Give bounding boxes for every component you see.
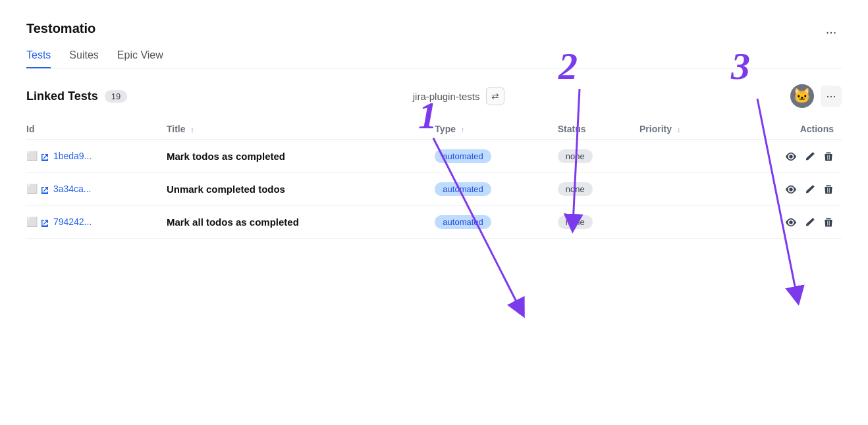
external-link-icon-0[interactable]: ⬜ bbox=[26, 151, 49, 161]
edit-button-1[interactable] bbox=[805, 184, 815, 195]
cell-id-1: ⬜ 3a34ca... bbox=[26, 173, 167, 206]
switch-icon[interactable]: ⇄ bbox=[486, 87, 504, 105]
tab-suites[interactable]: Suites bbox=[69, 49, 98, 68]
delete-button-0[interactable] bbox=[823, 151, 834, 162]
cell-priority-1 bbox=[639, 173, 733, 206]
cell-status-1: none bbox=[558, 173, 639, 206]
cell-status-0: none bbox=[558, 140, 639, 173]
cell-type-1: automated bbox=[435, 173, 557, 206]
external-link-icon-1[interactable]: ⬜ bbox=[26, 184, 49, 194]
table-header-row: Id Title ↕ Type ↑ Status Priority ↕ Acti… bbox=[26, 118, 842, 140]
section-left: Linked Tests 19 bbox=[26, 89, 127, 103]
tab-bar: Tests Suites Epic View bbox=[26, 49, 842, 68]
view-button-2[interactable] bbox=[785, 216, 797, 228]
cell-actions-0 bbox=[733, 140, 842, 173]
cat-avatar-icon: 🐱 bbox=[793, 89, 811, 103]
cell-title-1: Unmark completed todos bbox=[167, 173, 435, 206]
tests-table: Id Title ↕ Type ↑ Status Priority ↕ Acti… bbox=[26, 118, 842, 239]
section-center: jira-plugin-tests ⇄ bbox=[413, 87, 505, 105]
top-more-button[interactable]: ··· bbox=[821, 21, 842, 42]
cell-type-0: automated bbox=[435, 140, 557, 173]
table-row: ⬜ 794242... Mark all todos as completed … bbox=[26, 206, 842, 239]
tab-epic-view[interactable]: Epic View bbox=[117, 49, 163, 68]
title-sort-icon[interactable]: ↕ bbox=[190, 126, 194, 134]
col-title: Title ↕ bbox=[167, 118, 435, 140]
section-right: 🐱 ··· bbox=[790, 84, 842, 108]
section-title: Linked Tests bbox=[26, 89, 98, 103]
delete-button-1[interactable] bbox=[823, 184, 834, 195]
app-title: Testomatio bbox=[26, 21, 842, 36]
cell-actions-2 bbox=[733, 206, 842, 239]
cell-title-0: Mark todos as completed bbox=[167, 140, 435, 173]
col-priority: Priority ↕ bbox=[639, 118, 733, 140]
edit-button-0[interactable] bbox=[805, 151, 815, 162]
linked-tests-count: 19 bbox=[105, 90, 127, 103]
section-header: Linked Tests 19 jira-plugin-tests ⇄ 🐱 ··… bbox=[26, 84, 842, 108]
cell-id-0: ⬜ 1beda9... bbox=[26, 140, 167, 173]
repo-name: jira-plugin-tests bbox=[413, 91, 480, 102]
cell-priority-0 bbox=[639, 140, 733, 173]
cell-title-2: Mark all todos as completed bbox=[167, 206, 435, 239]
view-button-0[interactable] bbox=[785, 151, 797, 162]
col-actions: Actions bbox=[733, 118, 842, 140]
type-sort-icon[interactable]: ↑ bbox=[461, 126, 465, 134]
cell-priority-2 bbox=[639, 206, 733, 239]
cell-type-2: automated bbox=[435, 206, 557, 239]
table-row: ⬜ 3a34ca... Unmark completed todos autom… bbox=[26, 173, 842, 206]
col-status: Status bbox=[558, 118, 639, 140]
col-type: Type ↑ bbox=[435, 118, 557, 140]
delete-button-2[interactable] bbox=[823, 217, 834, 228]
col-id: Id bbox=[26, 118, 167, 140]
tab-tests[interactable]: Tests bbox=[26, 49, 51, 68]
table-row: ⬜ 1beda9... Mark todos as completed auto… bbox=[26, 140, 842, 173]
external-link-icon-2[interactable]: ⬜ bbox=[26, 216, 49, 227]
view-button-1[interactable] bbox=[785, 184, 797, 195]
cell-status-2: none bbox=[558, 206, 639, 239]
edit-button-2[interactable] bbox=[805, 217, 815, 228]
cell-id-2: ⬜ 794242... bbox=[26, 206, 167, 239]
cell-actions-1 bbox=[733, 173, 842, 206]
section-more-button[interactable]: ··· bbox=[821, 86, 842, 107]
avatar: 🐱 bbox=[790, 84, 814, 108]
priority-sort-icon[interactable]: ↕ bbox=[677, 126, 681, 134]
